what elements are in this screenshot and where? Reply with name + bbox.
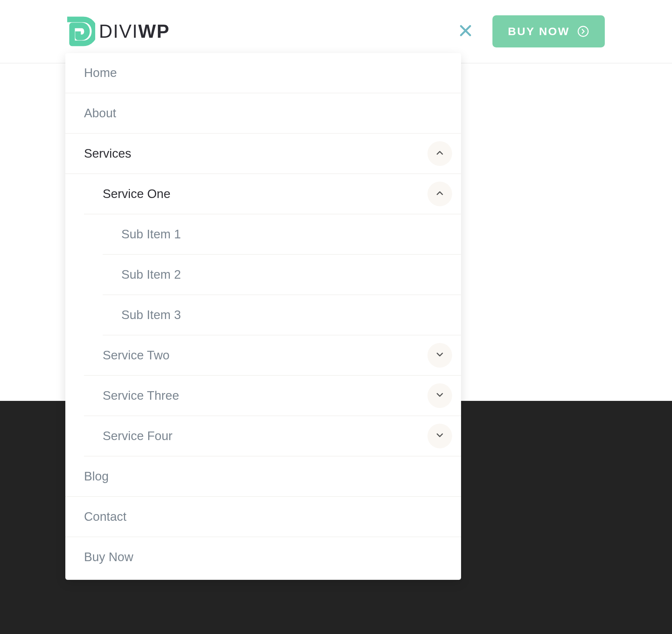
nav-label: Service One <box>84 174 171 214</box>
expand-button[interactable] <box>427 383 452 408</box>
nav-label: Services <box>65 134 131 173</box>
nav-blog[interactable]: Blog <box>65 457 461 497</box>
logo-text: DIVIWP <box>99 21 170 42</box>
logo[interactable]: DIVIWP <box>65 16 170 46</box>
nav-label: Buy Now <box>65 537 133 577</box>
nav-service-one[interactable]: Service One <box>84 174 461 214</box>
nav-service-three[interactable]: Service Three <box>84 376 461 416</box>
collapse-button[interactable] <box>427 141 452 166</box>
nav-label: Home <box>65 53 117 93</box>
expand-button[interactable] <box>427 343 452 368</box>
chevron-right-circle-icon <box>577 25 589 37</box>
nav-buy-now[interactable]: Buy Now <box>65 537 461 577</box>
mobile-menu-panel: Home About Services Service One Sub Item… <box>65 53 461 580</box>
logo-mark-icon <box>65 16 95 46</box>
close-icon <box>458 23 473 40</box>
nav-label: Sub Item 1 <box>103 214 181 254</box>
buy-now-button[interactable]: BUY NOW <box>492 15 605 47</box>
chevron-down-icon <box>435 349 445 361</box>
collapse-button[interactable] <box>427 182 452 206</box>
nav-label: Blog <box>65 457 109 496</box>
chevron-up-icon <box>435 188 445 200</box>
nav-label: Service Two <box>84 335 169 375</box>
nav-label: Sub Item 2 <box>103 255 181 294</box>
chevron-down-icon <box>435 390 445 402</box>
nav-sub-item-3[interactable]: Sub Item 3 <box>103 295 461 335</box>
chevron-down-icon <box>435 430 445 442</box>
buy-now-label: BUY NOW <box>508 25 570 38</box>
nav-sub-item-1[interactable]: Sub Item 1 <box>103 214 461 255</box>
header-right: BUY NOW <box>457 15 605 47</box>
expand-button[interactable] <box>427 424 452 448</box>
nav-service-four[interactable]: Service Four <box>84 416 461 457</box>
nav-about[interactable]: About <box>65 93 461 134</box>
nav-label: About <box>65 93 116 133</box>
close-menu-button[interactable] <box>457 22 475 40</box>
nav-services[interactable]: Services <box>65 134 461 174</box>
nav-service-two[interactable]: Service Two <box>84 335 461 376</box>
nav-label: Contact <box>65 497 127 536</box>
chevron-up-icon <box>435 148 445 160</box>
nav-label: Sub Item 3 <box>103 295 181 335</box>
nav-label: Service Four <box>84 416 172 456</box>
nav-contact[interactable]: Contact <box>65 497 461 537</box>
nav-sub-item-2[interactable]: Sub Item 2 <box>103 255 461 295</box>
nav-label: Service Three <box>84 376 179 415</box>
nav-home[interactable]: Home <box>65 53 461 93</box>
svg-point-0 <box>578 27 588 37</box>
